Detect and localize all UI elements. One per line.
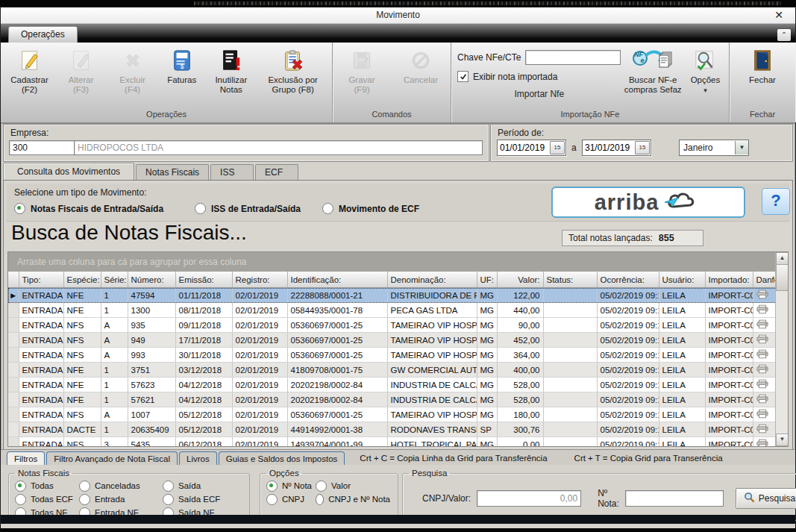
grid-cell[interactable]: IMPORT-C01 bbox=[705, 378, 753, 392]
grid-cell[interactable]: ENTRADA bbox=[19, 303, 63, 318]
gravar-button[interactable]: Gravar (F9) bbox=[336, 46, 387, 97]
grid-cell[interactable]: 935 bbox=[128, 318, 175, 333]
grid-cell[interactable] bbox=[543, 348, 597, 363]
radio-icon[interactable] bbox=[163, 494, 174, 505]
grid-cell[interactable]: TAMEIRAO VIP HOSPEI bbox=[387, 318, 477, 333]
grid-cell[interactable]: 57623 bbox=[128, 378, 175, 392]
grid-cell[interactable]: SP bbox=[477, 422, 497, 437]
column-header[interactable]: Registro: bbox=[232, 272, 287, 288]
column-header[interactable]: Número: bbox=[128, 272, 175, 288]
grid-cell[interactable]: 08/11/2018 bbox=[175, 303, 232, 318]
grid-cell[interactable]: 30/11/2018 bbox=[175, 348, 232, 363]
chevron-down-icon[interactable]: ▼ bbox=[735, 141, 748, 154]
grid-cell[interactable]: ENTRADA bbox=[19, 363, 63, 378]
cadastrar-button[interactable]: Cadastrar (F2) bbox=[4, 46, 55, 97]
column-header[interactable]: Série: bbox=[101, 272, 128, 288]
grid-cell[interactable]: 3 bbox=[101, 437, 128, 448]
grid-cell[interactable]: 05/02/2019 09:1 bbox=[597, 392, 659, 407]
numero-nota-input[interactable] bbox=[625, 490, 724, 507]
radio-icon[interactable] bbox=[15, 494, 26, 505]
grid-cell[interactable]: MG bbox=[477, 348, 497, 363]
tab-ecf[interactable]: ECF bbox=[255, 164, 298, 180]
table-row[interactable]: ENTRADANFS3543506/12/201802/01/201914939… bbox=[8, 437, 780, 448]
grid-cell[interactable]: IMPORT-C01 bbox=[705, 348, 753, 363]
grid-cell[interactable]: 528,00 bbox=[497, 378, 543, 392]
vertical-scrollbar[interactable]: ▲ ▼ bbox=[775, 252, 788, 446]
grid-cell[interactable]: 05/02/2019 09:1 bbox=[597, 303, 659, 318]
scroll-down-icon[interactable]: ▼ bbox=[776, 434, 789, 446]
grid-cell[interactable]: 05360697/0001-25 bbox=[287, 407, 387, 422]
grid-cell[interactable]: ENTRADA bbox=[19, 378, 63, 392]
grid-cell[interactable]: 02/01/2019 bbox=[232, 437, 287, 448]
grid-cell[interactable]: 09/11/2018 bbox=[175, 318, 232, 333]
grid-cell[interactable]: DACTE bbox=[63, 422, 101, 437]
grid-cell[interactable]: 22288088/0001-21 bbox=[287, 288, 387, 303]
grid-cell[interactable]: INDUSTRIA DE CALCAR bbox=[387, 392, 477, 407]
grid-cell[interactable]: 05844935/0001-78 bbox=[287, 303, 387, 318]
grid-cell[interactable]: 05/12/2018 bbox=[175, 407, 232, 422]
grid-cell[interactable] bbox=[543, 333, 597, 348]
grid-cell[interactable]: 993 bbox=[128, 348, 175, 363]
grid-cell[interactable]: 05360697/0001-25 bbox=[287, 318, 387, 333]
column-header[interactable]: Identificação: bbox=[287, 272, 387, 288]
grid-group-dropzone[interactable]: Arraste uma coluna para cá para agrupar … bbox=[8, 252, 776, 272]
grid-cell[interactable]: NFS bbox=[63, 437, 101, 448]
grid-cell[interactable]: ENTRADA bbox=[19, 288, 63, 303]
grid-cell[interactable]: 3751 bbox=[128, 363, 175, 378]
chave-nfe-input[interactable] bbox=[525, 50, 621, 65]
grid-cell[interactable]: 05/02/2019 09:1 bbox=[597, 407, 659, 422]
grid-cell[interactable] bbox=[543, 407, 597, 422]
column-header[interactable]: Tipo: bbox=[19, 272, 63, 288]
radio-option[interactable]: CNPJ bbox=[266, 492, 316, 506]
column-header[interactable]: Valor: bbox=[497, 272, 543, 288]
tab-filtro-avancado[interactable]: Filtro Avançado de Nota Fiscal bbox=[46, 451, 178, 466]
exclusao-grupo-button[interactable]: Exclusão por Grupo (F8) bbox=[257, 46, 329, 97]
grid-cell[interactable]: NFS bbox=[63, 318, 101, 333]
grid-cell[interactable]: MG bbox=[477, 333, 497, 348]
column-header[interactable]: Emissão: bbox=[175, 272, 232, 288]
grid-cell[interactable]: LEILA bbox=[659, 407, 705, 422]
excluir-button[interactable]: Excluir (F4) bbox=[107, 46, 158, 97]
radio-icon[interactable] bbox=[15, 481, 26, 492]
faturas-button[interactable]: $ Faturas bbox=[158, 46, 205, 87]
close-icon[interactable]: ✕ bbox=[771, 9, 786, 21]
grid-cell[interactable]: LEILA bbox=[659, 288, 705, 303]
radio-option[interactable]: Entrada bbox=[79, 492, 163, 506]
grid-cell[interactable]: LEILA bbox=[659, 363, 705, 378]
grid-cell[interactable]: 0,00 bbox=[497, 437, 543, 448]
scroll-up-icon[interactable]: ▲ bbox=[776, 252, 789, 265]
grid-cell[interactable]: 02/01/2019 bbox=[232, 422, 287, 437]
radio-icon[interactable] bbox=[163, 481, 174, 492]
grid-cell[interactable]: NFE bbox=[63, 378, 101, 392]
grid-cell[interactable]: NFS bbox=[63, 407, 101, 422]
grid-cell[interactable]: MG bbox=[477, 407, 497, 422]
grid-cell[interactable]: IMPORT-C01 bbox=[705, 318, 753, 333]
empresa-name-input[interactable] bbox=[74, 140, 483, 155]
exibir-nota-checkbox[interactable] bbox=[457, 71, 468, 82]
grid-cell[interactable]: 452,00 bbox=[497, 333, 543, 348]
grid-cell[interactable] bbox=[543, 318, 597, 333]
grid-cell[interactable]: 02/01/2019 bbox=[232, 303, 287, 318]
table-row[interactable]: ▶ENTRADANFE14759401/11/201802/01/2019222… bbox=[8, 288, 780, 303]
radio-option[interactable]: Saída bbox=[163, 479, 230, 492]
grid-cell[interactable]: IMPORT-C01 bbox=[705, 303, 753, 318]
grid-cell[interactable]: NFE bbox=[63, 363, 101, 378]
grid-cell[interactable]: 05/02/2019 09:1 bbox=[597, 363, 659, 378]
grid-cell[interactable]: 949 bbox=[128, 333, 175, 348]
radio-icon[interactable] bbox=[79, 481, 90, 492]
grid-cell[interactable]: 20635409 bbox=[128, 422, 175, 437]
grid-cell[interactable]: 02/01/2019 bbox=[232, 378, 287, 392]
grid-cell[interactable]: LEILA bbox=[659, 437, 705, 448]
grid-cell[interactable]: 41809708/0001-75 bbox=[287, 363, 387, 378]
grid-cell[interactable]: 04/12/2018 bbox=[175, 392, 232, 407]
grid-cell[interactable]: 05360697/0001-25 bbox=[287, 348, 387, 363]
radio-option[interactable]: Canceladas bbox=[79, 479, 163, 492]
radio-option[interactable]: Saída ECF bbox=[163, 492, 230, 506]
grid-cell[interactable]: 05/02/2019 09:1 bbox=[597, 378, 659, 392]
grid-cell[interactable]: 06/12/2018 bbox=[175, 437, 232, 448]
grid-cell[interactable]: 44914992/0001-38 bbox=[287, 422, 387, 437]
column-header[interactable]: Ocorrência: bbox=[597, 272, 659, 288]
grid-cell[interactable]: IMPORT-C01 bbox=[705, 363, 753, 378]
grid-cell[interactable]: A bbox=[101, 333, 128, 348]
grid-cell[interactable]: A bbox=[101, 318, 128, 333]
